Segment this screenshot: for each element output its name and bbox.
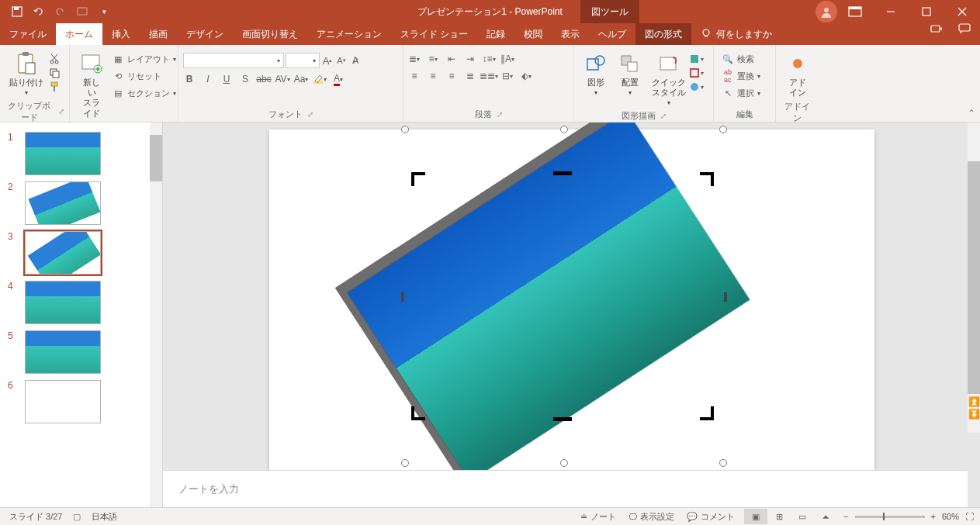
drawing-launcher-icon[interactable]: ⤢	[660, 112, 667, 120]
thumbnail-slide-5[interactable]: 5	[0, 327, 162, 377]
fit-to-window-icon[interactable]: ⛶	[965, 512, 974, 521]
notes-pane[interactable]: ノートを入力	[163, 470, 968, 507]
strikethrough-icon[interactable]: abc	[258, 73, 270, 85]
slideshow-view-icon[interactable]: ⏶	[814, 509, 837, 524]
resize-handle[interactable]	[401, 459, 409, 467]
undo-icon[interactable]	[31, 4, 47, 19]
reading-view-icon[interactable]: ▭	[791, 509, 814, 524]
tab-animations[interactable]: アニメーション	[307, 23, 391, 45]
display-settings-button[interactable]: 🖵表示設定	[625, 511, 677, 523]
paste-button[interactable]: 貼り付け ▾	[5, 48, 48, 100]
change-case-icon[interactable]: Aa▾	[295, 73, 307, 85]
comments-icon[interactable]	[958, 23, 971, 36]
next-slide-icon[interactable]: ⏬	[968, 408, 980, 420]
decrease-indent-icon[interactable]: ⇤	[445, 53, 458, 65]
tab-insert[interactable]: 挿入	[102, 23, 140, 45]
clipboard-launcher-icon[interactable]: ⤢	[58, 107, 64, 116]
smartart-icon[interactable]: ⬖▾	[520, 70, 532, 82]
text-shadow-icon[interactable]: S	[239, 73, 251, 85]
thumbnail-slide-4[interactable]: 4	[0, 278, 162, 327]
prev-slide-icon[interactable]: ⏫	[968, 395, 980, 408]
align-text-icon[interactable]: ⊟▾	[501, 70, 514, 82]
tab-design[interactable]: デザイン	[177, 23, 233, 45]
tab-record[interactable]: 記録	[477, 23, 514, 45]
resize-handle[interactable]	[560, 459, 568, 467]
replace-button[interactable]: abac置換▾	[719, 68, 764, 84]
copy-icon[interactable]	[48, 67, 61, 79]
layout-button[interactable]: ▦レイアウト ▾	[109, 51, 179, 67]
align-right-icon[interactable]: ≡	[445, 70, 458, 82]
font-family-combo[interactable]: ▾	[183, 53, 284, 68]
section-button[interactable]: ▤セクション ▾	[109, 85, 179, 101]
tab-file[interactable]: ファイル	[0, 23, 56, 45]
shape-fill-icon[interactable]: ▾	[691, 53, 703, 65]
thumbnail-slide-2[interactable]: 2	[0, 178, 162, 228]
line-spacing-icon[interactable]: ↕≡▾	[483, 53, 495, 65]
close-button[interactable]	[944, 0, 980, 23]
comments-button[interactable]: 💬コメント	[684, 511, 738, 523]
tab-home[interactable]: ホーム	[56, 23, 102, 45]
tab-transitions[interactable]: 画面切り替え	[233, 23, 307, 45]
tab-review[interactable]: 校閲	[514, 23, 552, 45]
shape-outline-icon[interactable]: ▾	[691, 67, 703, 79]
account-icon[interactable]	[816, 1, 837, 22]
bold-icon[interactable]: B	[183, 73, 196, 85]
maximize-button[interactable]	[909, 0, 944, 23]
addins-button[interactable]: アド イン	[781, 48, 815, 101]
zoom-in-icon[interactable]: +	[931, 512, 936, 521]
align-center-icon[interactable]: ≡	[427, 70, 439, 82]
format-painter-icon[interactable]	[48, 81, 61, 93]
notes-toggle[interactable]: ≐ノート	[577, 511, 619, 523]
align-left-icon[interactable]: ≡	[408, 70, 421, 82]
slide-counter[interactable]: スライド 3/27	[9, 511, 62, 523]
text-direction-icon[interactable]: ∥A▾	[501, 53, 514, 65]
tab-view[interactable]: 表示	[552, 23, 589, 45]
shapes-button[interactable]: 図形▾	[579, 48, 613, 100]
minimize-button[interactable]	[873, 0, 909, 23]
increase-font-icon[interactable]: A▴	[321, 54, 334, 67]
tab-picture-format[interactable]: 図の形式	[635, 23, 691, 45]
char-spacing-icon[interactable]: AV▾	[276, 73, 289, 85]
slide-sorter-icon[interactable]: ⊞	[767, 509, 791, 524]
cut-icon[interactable]	[48, 53, 61, 65]
font-color-icon[interactable]: A▾	[332, 73, 345, 85]
normal-view-icon[interactable]: ▣	[744, 509, 767, 524]
save-icon[interactable]	[9, 4, 25, 19]
justify-icon[interactable]: ≣	[464, 70, 476, 82]
font-launcher-icon[interactable]: ⤢	[307, 110, 313, 119]
new-slide-button[interactable]: 新しい スライド ▾	[74, 48, 109, 130]
thumbnail-slide-3[interactable]: 3	[0, 228, 162, 278]
tab-draw[interactable]: 描画	[140, 23, 177, 45]
quick-styles-button[interactable]: クイック スタイル▾	[647, 48, 691, 110]
resize-handle[interactable]	[719, 126, 727, 133]
highlight-icon[interactable]: ▾	[313, 73, 326, 85]
tab-slideshow[interactable]: スライド ショー	[391, 23, 477, 45]
collapse-ribbon-icon[interactable]: ⌃	[968, 108, 975, 119]
thumbnail-scrollbar[interactable]	[150, 123, 162, 507]
columns-icon[interactable]: ≣≣▾	[483, 70, 495, 82]
shape-effects-icon[interactable]: ▾	[691, 81, 703, 93]
language-indicator[interactable]: 日本語	[92, 511, 117, 523]
start-from-beginning-icon[interactable]	[74, 4, 90, 19]
redo-icon[interactable]	[53, 4, 68, 19]
italic-icon[interactable]: I	[202, 73, 214, 85]
underline-icon[interactable]: U	[220, 73, 233, 85]
qat-customize-icon[interactable]: ▾	[96, 4, 112, 19]
tell-me-search[interactable]: 何をしますか	[691, 23, 781, 45]
reset-button[interactable]: ⟲リセット	[109, 68, 179, 84]
clear-formatting-icon[interactable]: A̷	[349, 54, 362, 67]
increase-indent-icon[interactable]: ⇥	[464, 53, 476, 65]
find-button[interactable]: 🔍検索	[719, 51, 764, 67]
paragraph-launcher-icon[interactable]: ⤢	[497, 110, 503, 119]
select-button[interactable]: ↖選択▾	[719, 85, 764, 101]
slide-stage[interactable]: ⏫ ⏬	[163, 123, 980, 470]
accessibility-icon[interactable]: ▢	[73, 512, 81, 522]
thumbnail-slide-6[interactable]: 6	[0, 377, 162, 427]
font-size-combo[interactable]: ▾	[286, 53, 320, 68]
bullets-icon[interactable]: ≣▾	[408, 53, 421, 65]
zoom-percent[interactable]: 60%	[942, 512, 959, 521]
canvas-vertical-scrollbar[interactable]: ⏫ ⏬	[968, 123, 980, 433]
inserted-picture[interactable]	[347, 123, 750, 470]
ribbon-display-options-icon[interactable]	[837, 0, 873, 23]
arrange-button[interactable]: 配置▾	[613, 48, 647, 100]
